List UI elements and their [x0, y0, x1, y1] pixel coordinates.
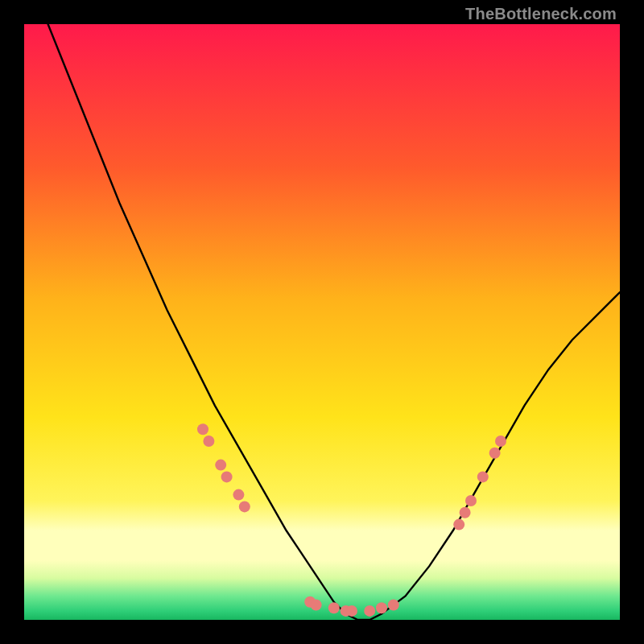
highlight-dot: [465, 495, 477, 506]
highlight-dot: [328, 602, 340, 613]
highlight-dot: [477, 471, 489, 482]
highlight-dot: [460, 507, 471, 518]
highlight-dot: [215, 460, 226, 471]
bottleneck-plot: [24, 24, 620, 620]
watermark-text: TheBottleneck.com: [465, 5, 617, 23]
highlight-dot: [239, 501, 250, 512]
highlight-dot: [453, 519, 464, 530]
highlight-dot: [388, 600, 399, 611]
bottleneck-curve: [48, 24, 620, 620]
highlight-dot: [311, 600, 322, 611]
highlight-dot: [233, 489, 244, 501]
highlight-dot: [376, 602, 387, 613]
highlight-dot: [495, 436, 506, 447]
highlight-dot: [203, 436, 214, 447]
highlight-dot: [346, 605, 357, 617]
highlight-dot: [489, 448, 501, 459]
highlight-dot: [197, 423, 208, 435]
highlight-dots: [197, 423, 506, 617]
chart-frame: [24, 24, 620, 620]
highlight-dot: [221, 471, 233, 482]
highlight-dot: [364, 605, 375, 617]
